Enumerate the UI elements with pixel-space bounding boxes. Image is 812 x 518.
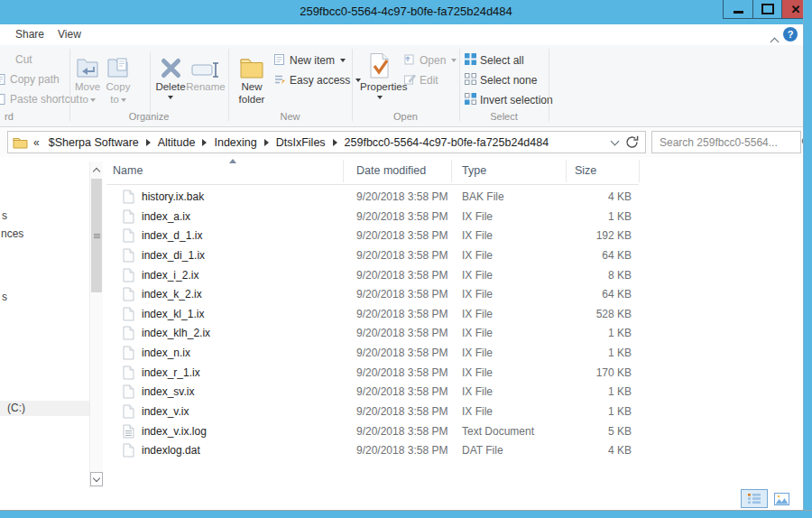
column-headers: Name Date modified Type Size: [103, 159, 803, 183]
search-box: [651, 131, 801, 153]
invert-selection-icon: [465, 93, 476, 107]
column-header-name[interactable]: Name: [113, 164, 143, 177]
column-header-date-modified[interactable]: Date modified: [356, 164, 426, 177]
edit-button[interactable]: Edit: [403, 73, 438, 88]
delete-button[interactable]: Delete: [153, 50, 188, 99]
address-dropdown-icon[interactable]: [611, 136, 620, 145]
scroll-up-icon[interactable]: [90, 163, 103, 176]
delete-icon: [153, 50, 188, 79]
breadcrumb-overflow[interactable]: «: [33, 136, 40, 149]
column-header-type[interactable]: Type: [462, 164, 486, 177]
column-divider[interactable]: [566, 160, 567, 182]
help-icon[interactable]: ?: [783, 27, 798, 42]
open-button[interactable]: Open: [403, 53, 457, 68]
file-date: 9/20/2018 3:58 PM: [356, 269, 448, 282]
breadcrumb-segment[interactable]: $Sherpa Software: [44, 136, 143, 149]
file-name: index_sv.ix: [142, 385, 194, 398]
nav-item-drive-c[interactable]: (C:): [0, 401, 89, 416]
open-label: Open: [420, 54, 446, 67]
paste-shortcut-button[interactable]: Paste shortcut: [0, 92, 79, 106]
file-type: IX File: [462, 405, 493, 418]
edit-label: Edit: [420, 74, 438, 87]
file-row[interactable]: index_d_1.ix9/20/2018 3:58 PMIX File192 …: [103, 226, 803, 245]
file-name: index_i_2.ix: [142, 269, 198, 282]
file-name: index_a.ix: [142, 210, 190, 223]
cut-button[interactable]: Cut: [15, 52, 32, 67]
group-separator: [352, 49, 353, 121]
breadcrumb-separator-icon[interactable]: [264, 139, 269, 146]
scroll-down-icon[interactable]: [90, 472, 103, 486]
column-divider[interactable]: [451, 160, 452, 182]
copy-path-icon: [0, 73, 6, 86]
nav-item-fragment[interactable]: s: [2, 208, 7, 224]
breadcrumb-separator-icon[interactable]: [202, 139, 207, 146]
file-name: index_klh_2.ix: [142, 327, 210, 339]
breadcrumb-separator-icon[interactable]: [333, 139, 337, 146]
select-group-label: Select: [459, 111, 549, 122]
select-none-button[interactable]: Select none: [465, 73, 537, 88]
file-name: index_r_1.ix: [142, 366, 200, 379]
file-row[interactable]: index_i_2.ix9/20/2018 3:58 PMIX File8 KB: [103, 265, 803, 285]
new-group-label: New: [228, 111, 352, 122]
file-row[interactable]: index_n.ix9/20/2018 3:58 PMIX File1 KB: [103, 343, 803, 363]
file-type: IX File: [462, 269, 493, 282]
file-row[interactable]: index_v.ix9/20/2018 3:58 PMIX File1 KB: [103, 402, 803, 421]
tab-view[interactable]: View: [58, 28, 81, 41]
file-row[interactable]: index_r_1.ix9/20/2018 3:58 PMIX File170 …: [103, 363, 803, 383]
file-row[interactable]: index_kl_1.ix9/20/2018 3:58 PMIX File528…: [103, 304, 803, 324]
invert-selection-button[interactable]: Invert selection: [465, 93, 553, 107]
column-divider[interactable]: [639, 160, 640, 182]
tab-share[interactable]: Share: [15, 28, 44, 41]
nav-item-fragment[interactable]: s: [2, 290, 7, 305]
move-to-label: Move: [75, 81, 100, 92]
refresh-icon[interactable]: [625, 135, 639, 149]
column-divider[interactable]: [343, 160, 344, 182]
organize-group-label: Organize: [69, 111, 228, 122]
edit-icon: [403, 73, 416, 88]
file-row[interactable]: index_a.ix9/20/2018 3:58 PMIX File1 KB: [103, 207, 803, 227]
copy-path-button[interactable]: Copy path: [0, 72, 60, 87]
file-row[interactable]: index_sv.ix9/20/2018 3:58 PMIX File1 KB: [103, 382, 803, 402]
file-row[interactable]: index_v.ix.log9/20/2018 3:58 PMText Docu…: [103, 421, 803, 441]
file-type: IX File: [462, 288, 493, 301]
maximize-button[interactable]: [752, 0, 781, 18]
new-folder-button[interactable]: New folder: [234, 50, 270, 106]
new-item-button[interactable]: New item: [273, 53, 346, 68]
file-row[interactable]: index_k_2.ix9/20/2018 3:58 PMIX File64 K…: [103, 284, 803, 304]
address-bar[interactable]: « $Sherpa SoftwareAltitudeIndexingDtsIxF…: [7, 131, 646, 153]
address-row: « $Sherpa SoftwareAltitudeIndexingDtsIxF…: [0, 127, 803, 157]
file-name: history.ix.bak: [142, 190, 204, 203]
minimize-button[interactable]: [724, 0, 752, 18]
file-size: 170 KB: [596, 366, 632, 379]
navigation-scrollbar[interactable]: [89, 162, 103, 488]
file-row[interactable]: history.ix.bak9/20/2018 3:58 PMBAK File4…: [103, 187, 803, 207]
search-input[interactable]: [652, 136, 801, 149]
file-row[interactable]: index_di_1.ix9/20/2018 3:58 PMIX File64 …: [103, 245, 803, 265]
file-row[interactable]: indexlog.dat9/20/2018 3:58 PMDAT File4 K…: [103, 440, 803, 460]
copy-to-label: Copy: [106, 81, 131, 92]
breadcrumb-segment[interactable]: Indexing: [209, 136, 261, 149]
file-size: 1 KB: [608, 347, 632, 359]
thumbnails-view-button[interactable]: [771, 491, 791, 507]
column-header-size[interactable]: Size: [575, 164, 596, 177]
file-size: 528 KB: [596, 308, 632, 320]
copy-path-label: Copy path: [10, 73, 60, 86]
details-view-button[interactable]: [741, 489, 768, 508]
file-date: 9/20/2018 3:58 PM: [356, 249, 448, 262]
breadcrumb-segment[interactable]: Altitude: [153, 136, 200, 149]
scrollbar-thumb[interactable]: [91, 179, 102, 292]
breadcrumb-segment[interactable]: 259fbcc0-5564-4c97-b0fe-fa725b24d484: [340, 136, 554, 149]
nav-item-fragment[interactable]: nces: [1, 227, 23, 242]
select-all-button[interactable]: Select all: [465, 53, 524, 68]
rename-button[interactable]: Rename: [186, 50, 226, 94]
close-icon: ✕: [791, 4, 801, 15]
properties-button[interactable]: Properties: [360, 50, 400, 99]
breadcrumb-segment[interactable]: DtsIxFiles: [272, 136, 330, 149]
breadcrumb-separator-icon[interactable]: [146, 139, 151, 146]
move-to-button[interactable]: Move to: [71, 50, 104, 106]
group-separator: [228, 49, 229, 121]
copy-to-button[interactable]: Copy to: [102, 50, 134, 106]
file-row[interactable]: index_klh_2.ix9/20/2018 3:58 PMIX File1 …: [103, 323, 803, 343]
easy-access-button[interactable]: Easy access: [273, 73, 361, 88]
file-date: 9/20/2018 3:58 PM: [356, 190, 448, 203]
